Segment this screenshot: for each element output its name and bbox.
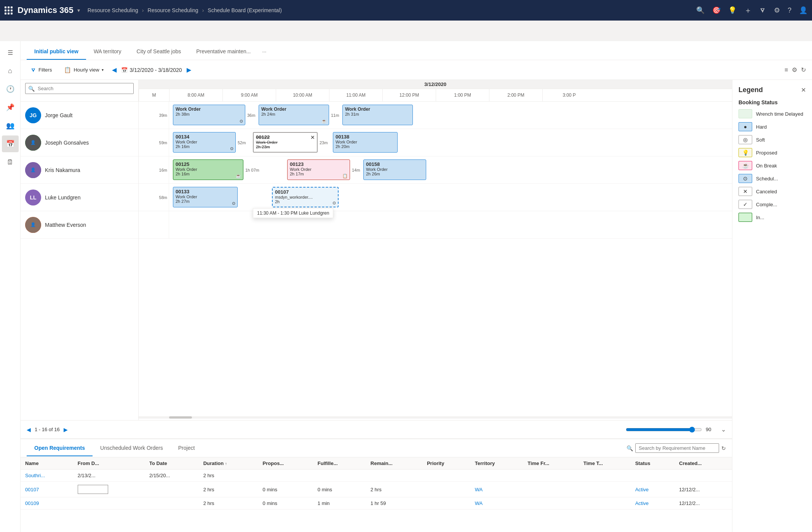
- booking-jorge-3[interactable]: Work Order 2h 31m: [342, 105, 413, 125]
- list-view-button[interactable]: ≡: [785, 67, 788, 73]
- collapse-button[interactable]: ⌄: [721, 426, 726, 433]
- booking-joseph-00122[interactable]: 00122 Work Order 2h 23m ✕: [253, 132, 318, 153]
- table-row-2: 00107 2 hrs 0 mins 0 mins 2 hrs: [21, 482, 732, 497]
- hourly-view-button[interactable]: 📋 Hourly view ▾: [60, 64, 107, 76]
- booking-kris-00123[interactable]: 00123 Work Order 2h 17m 📋: [287, 159, 350, 180]
- bottom-tab-unscheduled[interactable]: Unscheduled Work Orders: [93, 440, 171, 456]
- booking-title: msdyn_workorder....: [275, 195, 336, 199]
- settings-icon[interactable]: ⚙: [774, 6, 780, 14]
- resource-row-kris[interactable]: 👤 Kris Nakamura: [21, 156, 138, 184]
- table-row-3: 00109 2 hrs 0 mins 1 min 1 hr 59 WA: [21, 497, 732, 510]
- cell-remaining-3: 1 hr 59: [366, 497, 422, 510]
- avatar-joseph: 👤: [25, 135, 41, 151]
- resource-row-joseph[interactable]: 👤 Joseph Gonsalves: [21, 129, 138, 156]
- search-input[interactable]: [25, 83, 134, 94]
- cell-time-from-1: [523, 470, 579, 482]
- plus-icon[interactable]: ＋: [744, 5, 752, 16]
- cell-from-1: 2/13/2...: [73, 470, 145, 482]
- cell-created-1: [675, 470, 732, 482]
- cell-name-1[interactable]: Southri...: [21, 470, 73, 482]
- cell-proposed-2: 0 mins: [258, 482, 313, 497]
- cancel-x-icon: ✕: [310, 134, 315, 140]
- app-name-dropdown-icon[interactable]: ▾: [77, 7, 80, 13]
- tab-preventative[interactable]: Preventative mainten...: [189, 43, 258, 60]
- cell-status-3[interactable]: Active: [631, 497, 675, 510]
- next-date-button[interactable]: ▶: [187, 66, 191, 73]
- bottom-tab-project[interactable]: Project: [171, 440, 203, 456]
- resource-row-matthew[interactable]: 👤 Matthew Everson: [21, 211, 138, 239]
- resource-name-luke: Luke Lundgren: [45, 194, 80, 201]
- resource-row-jorge[interactable]: JG Jorge Gault: [21, 102, 138, 129]
- legend-panel: Legend ✕ Booking Status Wrench time Dela…: [732, 80, 812, 532]
- booking-luke-00107[interactable]: 00107 msdyn_workorder.... 2h ⊙: [272, 187, 339, 207]
- filters-button[interactable]: ⛛ Filters: [27, 64, 56, 75]
- sidebar-icon-home[interactable]: ⌂: [2, 62, 19, 79]
- target-icon[interactable]: 🎯: [712, 6, 721, 14]
- time-slot-m: M: [139, 89, 169, 101]
- booking-jorge-2[interactable]: Work Order 2h 24m ☕: [259, 105, 329, 125]
- tab-more-dots[interactable]: ···: [258, 43, 270, 60]
- avatar-luke: LL: [25, 190, 41, 205]
- resource-row-luke[interactable]: LL Luke Lundgren: [21, 184, 138, 211]
- booking-jorge-1[interactable]: Work Order 2h 38m ⊙: [173, 105, 245, 125]
- bulb-icon[interactable]: 💡: [728, 6, 737, 14]
- cell-territory-2[interactable]: WA: [470, 482, 523, 497]
- booking-kris-00125[interactable]: 00125 Work Order 2h 16m ☕: [173, 159, 243, 180]
- cell-fulfilled-1: [313, 470, 366, 482]
- page-next-button[interactable]: ▶: [64, 427, 68, 433]
- tab-wa-territory[interactable]: WA territory: [86, 43, 129, 60]
- legend-item-proposed: 💡 Proposed: [738, 148, 806, 157]
- time-slot-8am: 8:00 AM: [169, 89, 222, 101]
- tab-seattle-jobs[interactable]: City of Seattle jobs: [129, 43, 189, 60]
- cell-to-3: [145, 497, 199, 510]
- prev-date-button[interactable]: ◀: [112, 66, 117, 73]
- sidebar-icon-calendar[interactable]: 📅: [2, 135, 19, 152]
- booking-joseph-00134[interactable]: 00134 Work Order 2h 16m ⊙: [173, 132, 236, 153]
- zoom-slider[interactable]: [626, 427, 702, 433]
- cell-duration-2: 2 hrs: [199, 482, 258, 497]
- sort-icon: ↑: [225, 462, 227, 466]
- cell-status-2[interactable]: Active: [631, 482, 675, 497]
- tab-initial-public-view[interactable]: Initial public view: [27, 43, 86, 60]
- sidebar-icon-people[interactable]: 👥: [2, 117, 19, 134]
- booking-duration: 2h 26m: [366, 172, 424, 176]
- booking-title: Work Order: [176, 167, 241, 172]
- settings2-button[interactable]: ⚙: [792, 66, 797, 73]
- cell-from-2: [73, 482, 145, 497]
- booking-joseph-00138[interactable]: 00138 Work Order 2h 20m: [333, 132, 398, 153]
- filter-icon[interactable]: ⛛: [759, 6, 766, 14]
- cell-name-2[interactable]: 00107: [21, 482, 73, 497]
- req-refresh-button[interactable]: ↻: [721, 445, 726, 451]
- sidebar-icon-calendar2[interactable]: 🗓: [2, 154, 19, 170]
- refresh-button[interactable]: ↻: [801, 66, 806, 73]
- zoom-value: 90: [706, 427, 717, 432]
- legend-title: Legend: [738, 86, 763, 94]
- user-icon[interactable]: 👤: [799, 6, 807, 14]
- booking-luke-00133[interactable]: 00133 Work Order 2h 27m ⊙: [173, 187, 238, 207]
- cell-time-from-3: [523, 497, 579, 510]
- cell-from-3: [73, 497, 145, 510]
- req-search-input[interactable]: [635, 443, 719, 453]
- sidebar-icon-hamburger[interactable]: ☰: [2, 44, 19, 61]
- booking-kris-00158[interactable]: 00158 Work Order 2h 26m: [363, 159, 426, 180]
- booking-tooltip: 11:30 AM - 1:30 PM Luke Lundgren: [253, 208, 333, 218]
- page-prev-button[interactable]: ◀: [27, 427, 31, 433]
- table-row-1: Southri... 2/13/2... 2/15/20... 2 hrs: [21, 470, 732, 482]
- cell-duration-3: 2 hrs: [199, 497, 258, 510]
- hourly-view-icon: 📋: [64, 67, 71, 73]
- col-proposed: Propos...: [258, 457, 313, 470]
- legend-close-button[interactable]: ✕: [801, 86, 806, 94]
- bottom-tab-open-req[interactable]: Open Requirements: [27, 440, 93, 456]
- cell-duration-1: 2 hrs: [199, 470, 258, 482]
- search-icon[interactable]: 🔍: [696, 6, 705, 14]
- date-range-display[interactable]: 📅 3/12/2020 - 3/18/2020: [121, 67, 182, 73]
- cell-status-1: [631, 470, 675, 482]
- duration-label-jorge-39m: 39m: [159, 113, 167, 118]
- cell-name-3[interactable]: 00109: [21, 497, 73, 510]
- sidebar-icon-pinned[interactable]: 📌: [2, 99, 19, 116]
- help-icon[interactable]: ?: [788, 6, 791, 14]
- top-navigation: Dynamics 365 ▾ Resource Scheduling › Res…: [0, 0, 812, 21]
- app-grid-icon[interactable]: [5, 6, 14, 15]
- cell-territory-3[interactable]: WA: [470, 497, 523, 510]
- sidebar-icon-recent[interactable]: 🕐: [2, 81, 19, 97]
